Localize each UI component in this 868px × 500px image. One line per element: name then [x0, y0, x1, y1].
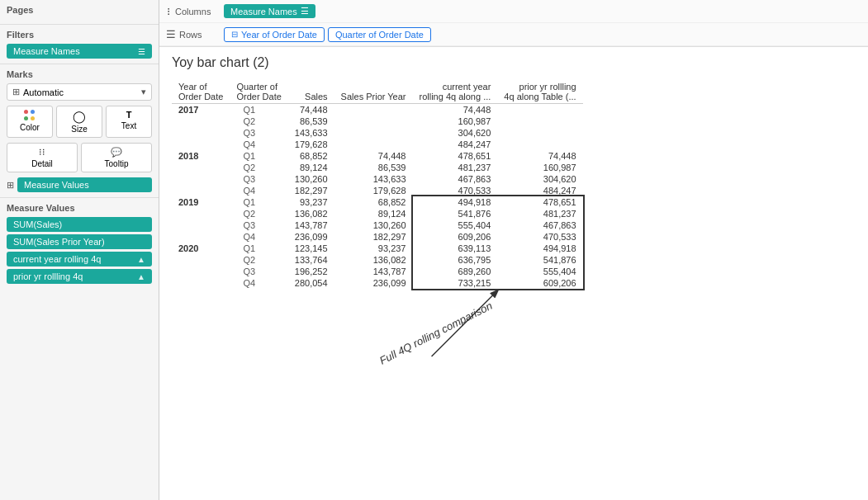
quarter-cell: Q3 [230, 266, 287, 277]
table-row: Q4182,297179,628470,533484,247 [172, 185, 583, 196]
prior_rolling-cell: 494,918 [497, 243, 582, 254]
sales-cell: 123,145 [288, 243, 334, 254]
delta-icon-2: ▲ [137, 272, 145, 281]
table-row: Q289,12486,539481,237160,987 [172, 162, 583, 173]
col-header-prior-rolling: prior yr rollling4q along Table (... [497, 80, 582, 104]
table-row: Q3143,787130,260555,404467,863 [172, 219, 583, 231]
sales_prior-cell: 136,082 [334, 254, 413, 266]
table-row: Q2133,764136,082636,795541,876 [172, 254, 583, 266]
prior_rolling-cell: 481,237 [497, 208, 582, 219]
quarter-cell: Q2 [230, 116, 287, 127]
year-cell: 2018 [172, 150, 230, 196]
rows-label: ☰ Rows [166, 28, 224, 40]
table-row: 2019Q193,23768,852494,918478,651 [172, 196, 583, 208]
table-row: Q4280,054236,099733,215609,206 [172, 277, 583, 289]
color-button[interactable]: Color [7, 106, 53, 138]
sales_prior-cell: 74,448 [334, 150, 413, 162]
pages-section: Pages [0, 0, 159, 25]
year-cell: 2020 [172, 243, 230, 289]
table-row: Q2136,08289,124541,876481,237 [172, 208, 583, 219]
marks-buttons-row2: ⁝⁝ Detail 💬 Tooltip [7, 143, 152, 172]
sales_prior-cell: 130,260 [334, 219, 413, 231]
table-row: Q286,539160,987 [172, 116, 583, 127]
quarter-cell: Q1 [230, 104, 287, 116]
prior_rolling-cell [497, 127, 582, 139]
quarter-cell: Q3 [230, 219, 287, 231]
text-button[interactable]: T Text [106, 106, 152, 138]
sales-cell: 179,628 [288, 139, 334, 150]
tooltip-button[interactable]: 💬 Tooltip [81, 143, 152, 172]
col-header-sales: Sales [288, 80, 334, 104]
sales-cell: 136,082 [288, 208, 334, 219]
quarter-cell: Q4 [230, 277, 287, 289]
quarter-cell: Q3 [230, 173, 287, 185]
size-button[interactable]: ◯ Size [56, 106, 102, 138]
sales_prior-cell [334, 127, 413, 139]
mv-sum-sales[interactable]: SUM(Sales) [7, 217, 152, 232]
sales_prior-cell: 143,633 [334, 173, 413, 185]
current_rolling-cell: 636,795 [413, 254, 498, 266]
current_rolling-cell: 733,215 [413, 277, 498, 289]
data-table: Year ofOrder Date Quarter ofOrder Date S… [172, 80, 583, 289]
filters-section: Filters Measure Names ☰ [0, 25, 159, 64]
sales-cell: 68,852 [288, 150, 334, 162]
current_rolling-cell: 555,404 [413, 219, 498, 231]
quarter-cell: Q4 [230, 139, 287, 150]
sales-cell: 280,054 [288, 277, 334, 289]
quarter-cell: Q4 [230, 185, 287, 196]
current_rolling-cell: 160,987 [413, 116, 498, 127]
color-icon [24, 110, 36, 121]
columns-measure-names-pill[interactable]: Measure Names ☰ [224, 4, 315, 18]
col-header-year: Year ofOrder Date [172, 80, 230, 104]
mv-prior-rolling[interactable]: prior yr rollling 4q ▲ [7, 269, 152, 284]
table-row: Q3196,252143,787689,260555,404 [172, 266, 583, 277]
rows-shelf: ☰ Rows ⊟ Year of Order Date Quarter of O… [159, 23, 868, 46]
text-icon: T [126, 110, 132, 120]
calendar-icon: ⊟ [231, 30, 238, 39]
marks-section: Marks ⊞ Automatic ▾ Color ◯ Size T [0, 64, 159, 198]
mv-sum-sales-prior[interactable]: SUM(Sales Prior Year) [7, 234, 152, 249]
current_rolling-cell: 304,620 [413, 127, 498, 139]
prior_rolling-cell: 470,533 [497, 231, 582, 243]
sales_prior-cell: 236,099 [334, 277, 413, 289]
marks-buttons-row: Color ◯ Size T Text [7, 106, 152, 138]
marks-type-icon: ⊞ [12, 87, 20, 97]
sales_prior-cell: 89,124 [334, 208, 413, 219]
measure-values-shelf-pill[interactable]: Measure Values [17, 177, 152, 192]
current_rolling-cell: 541,876 [413, 208, 498, 219]
marks-type-dropdown[interactable]: ⊞ Automatic ▾ [7, 83, 152, 101]
current_rolling-cell: 639,113 [413, 243, 498, 254]
current_rolling-cell: 481,237 [413, 162, 498, 173]
col-header-sales-prior: Sales Prior Year [334, 80, 413, 104]
sales-cell: 130,260 [288, 173, 334, 185]
sales-cell: 236,099 [288, 231, 334, 243]
prior_rolling-cell [497, 116, 582, 127]
measure-values-label: Measure Values [7, 203, 152, 213]
sales_prior-cell: 182,297 [334, 231, 413, 243]
sales-cell: 89,124 [288, 162, 334, 173]
detail-button[interactable]: ⁝⁝ Detail [7, 143, 78, 172]
columns-icon: ⫶ [166, 5, 172, 17]
svg-line-0 [432, 290, 498, 356]
prior_rolling-cell: 609,206 [497, 277, 582, 289]
quarter-cell: Q1 [230, 243, 287, 254]
prior_rolling-cell: 74,448 [497, 150, 582, 162]
prior_rolling-cell: 484,247 [497, 185, 582, 196]
table-body: 2017Q174,44874,448Q286,539160,987Q3143,6… [172, 104, 583, 290]
mv-current-rolling[interactable]: current year rolling 4q ▲ [7, 252, 152, 267]
sales-cell: 93,237 [288, 196, 334, 208]
table-row: 2017Q174,44874,448 [172, 104, 583, 116]
shelf-area: ⫶ Columns Measure Names ☰ ☰ Rows ⊟ Year … [159, 0, 868, 47]
sales-cell: 86,539 [288, 116, 334, 127]
rows-year-pill[interactable]: ⊟ Year of Order Date [224, 27, 325, 42]
chart-title: Yoy bar chart (2) [172, 55, 856, 70]
year-cell: 2017 [172, 104, 230, 151]
rows-quarter-pill[interactable]: Quarter of Order Date [328, 27, 431, 42]
filters-measure-names-pill[interactable]: Measure Names ☰ [7, 44, 152, 59]
svg-text:Full 4Q rolling comparison: Full 4Q rolling comparison [377, 300, 494, 367]
table-row: Q4236,099182,297609,206470,533 [172, 231, 583, 243]
measure-values-section: Measure Values SUM(Sales) SUM(Sales Prio… [0, 198, 159, 500]
prior_rolling-cell [497, 139, 582, 150]
current_rolling-cell: 478,651 [413, 150, 498, 162]
current_rolling-cell: 494,918 [413, 196, 498, 208]
